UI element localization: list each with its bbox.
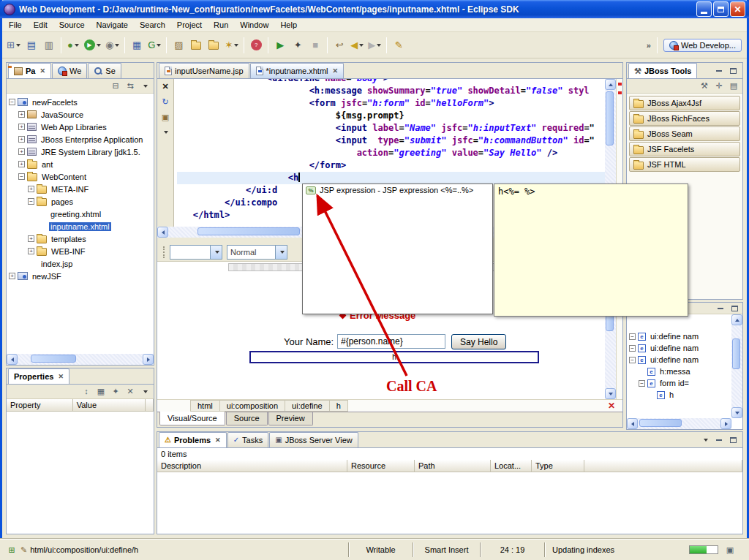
project-item-jboss-enterprise-application[interactable]: +JBoss Enterprise Application bbox=[7, 133, 154, 145]
tab-pa[interactable]: Pa✕ bbox=[8, 63, 51, 78]
code-line[interactable]: <h bbox=[177, 172, 605, 184]
palette-section-jboss-seam[interactable]: JBoss Seam bbox=[629, 126, 740, 141]
breadcrumb-item-h[interactable]: h bbox=[330, 400, 348, 412]
combo-dropdown-button[interactable] bbox=[210, 246, 222, 259]
page-tab-visual-source[interactable]: Visual/Source bbox=[159, 412, 225, 425]
vpe-menu-button[interactable] bbox=[159, 127, 171, 137]
toolbar-save-button[interactable]: ▤ bbox=[23, 37, 40, 54]
collapse-all-button[interactable]: ⊟ bbox=[110, 81, 121, 91]
expander-icon[interactable]: + bbox=[18, 124, 25, 130]
palette-pin-button[interactable]: ✛ bbox=[713, 81, 725, 91]
package-explorer-hscrollbar[interactable] bbox=[7, 354, 154, 365]
selected-h-element-box[interactable]: h bbox=[249, 351, 539, 363]
code-line[interactable]: ${msg.prompt} bbox=[177, 110, 605, 122]
project-item-inputname-xhtml[interactable]: inputname.xhtml bbox=[7, 220, 154, 232]
scroll-left-button[interactable] bbox=[627, 418, 638, 429]
maximize-button[interactable] bbox=[713, 1, 729, 17]
project-item-greeting-xhtml[interactable]: greeting.xhtml bbox=[7, 208, 154, 220]
error-marker[interactable] bbox=[618, 91, 622, 94]
editor-tab-inputname-xhtml[interactable]: *inputname.xhtml✕ bbox=[250, 63, 345, 78]
toolbar-debug-button[interactable]: ● bbox=[64, 37, 82, 54]
minimize-view-button[interactable] bbox=[713, 66, 725, 76]
editor-tab-inputusername-jsp[interactable]: inputUserName.jsp bbox=[159, 63, 249, 78]
toolbar-forward-button[interactable]: ▶ bbox=[366, 37, 383, 54]
categories-button[interactable]: ▦ bbox=[95, 387, 107, 397]
menu-item-project[interactable]: Project bbox=[171, 19, 208, 31]
project-item-web-inf[interactable]: +WEB-INF bbox=[7, 245, 154, 257]
palette-section-jsf-html[interactable]: JSF HTML bbox=[629, 157, 740, 172]
filter-button[interactable]: ✦ bbox=[110, 387, 121, 397]
progress-view-button[interactable]: ▣ bbox=[724, 545, 736, 555]
toolbar-mark-occurrences-button[interactable]: ✎ bbox=[390, 37, 407, 54]
tab-tasks[interactable]: ✓Tasks bbox=[227, 432, 269, 447]
breadcrumb-item-ui-define[interactable]: ui:define bbox=[285, 400, 330, 412]
palette-edit-button[interactable]: ⚒ bbox=[699, 81, 710, 91]
palette-section-jboss-ajax4jsf[interactable]: JBoss Ajax4Jsf bbox=[629, 96, 740, 110]
tab-se[interactable]: Se bbox=[88, 63, 121, 78]
expander-icon[interactable]: + bbox=[28, 235, 34, 242]
scroll-right-button[interactable] bbox=[720, 418, 731, 429]
project-item-ant[interactable]: +ant bbox=[7, 158, 154, 170]
scrollbar-track[interactable] bbox=[18, 354, 143, 365]
toolbar-new-wizard-button[interactable]: ⊞ bbox=[4, 37, 23, 54]
toolbar-wizard-wand-button[interactable]: ✶ bbox=[222, 37, 241, 54]
code-line[interactable]: <h:message showSummary="true" showDetail… bbox=[177, 85, 605, 97]
expander-icon[interactable]: − bbox=[639, 380, 645, 387]
menu-item-file[interactable]: File bbox=[3, 19, 28, 31]
scroll-down-button[interactable] bbox=[605, 388, 616, 399]
breadcrumb-close-icon[interactable]: ✕ bbox=[608, 401, 615, 411]
outline-item-ui-define-nam[interactable]: −eui:define nam bbox=[627, 354, 731, 366]
project-item-javasource[interactable]: +JavaSource bbox=[7, 108, 154, 121]
toolbar-stop-button[interactable]: ■ bbox=[306, 37, 324, 54]
project-item-newfacelets[interactable]: −newFacelets bbox=[7, 96, 154, 108]
scroll-up-button[interactable] bbox=[605, 79, 616, 90]
menu-item-edit[interactable]: Edit bbox=[28, 19, 53, 31]
code-line[interactable]: <form jsfc="h:form" id="helloForm"> bbox=[177, 97, 605, 110]
close-icon[interactable]: ✕ bbox=[333, 67, 339, 75]
code-line[interactable]: <input type="submit" jsfc="h:commandButt… bbox=[177, 135, 605, 147]
paragraph-format-combo[interactable]: Normal bbox=[227, 245, 287, 260]
project-item-newjsf[interactable]: +newJSF bbox=[7, 270, 154, 282]
scrollbar-track[interactable] bbox=[638, 418, 720, 429]
toolbar-run-server-button[interactable]: ▶ bbox=[271, 37, 289, 54]
column-header-path[interactable]: Path bbox=[415, 460, 491, 472]
vpe-page-design-button[interactable]: ▣ bbox=[159, 112, 171, 122]
code-line[interactable]: <input label="Name" jsfc="h:inputText" r… bbox=[177, 122, 605, 135]
close-button[interactable]: ✕ bbox=[730, 1, 745, 17]
project-item-meta-inf[interactable]: +META-INF bbox=[7, 183, 154, 195]
toolbar-open-pages-folder-button[interactable] bbox=[205, 37, 222, 54]
expander-icon[interactable]: − bbox=[629, 345, 636, 352]
palette-section-jboss-richfaces[interactable]: JBoss RichFaces bbox=[629, 111, 740, 126]
minimize-button[interactable] bbox=[696, 1, 712, 17]
tab-we[interactable]: We bbox=[52, 63, 87, 78]
scroll-up-button[interactable] bbox=[731, 314, 742, 325]
scroll-down-button[interactable] bbox=[731, 407, 742, 418]
scrollbar-thumb[interactable] bbox=[31, 355, 76, 363]
breadcrumb-item-html[interactable]: html bbox=[190, 400, 220, 412]
expander-icon[interactable]: + bbox=[18, 111, 25, 118]
outline-vscrollbar[interactable] bbox=[731, 314, 742, 418]
minimize-view-button[interactable] bbox=[713, 435, 725, 445]
menu-item-run[interactable]: Run bbox=[208, 19, 234, 31]
link-with-editor-button[interactable]: ⇆ bbox=[124, 81, 136, 91]
restore-default-button[interactable]: ✕ bbox=[124, 387, 136, 397]
tab-jboss-server-view[interactable]: ▣JBoss Server View bbox=[269, 432, 358, 447]
minimize-view-button[interactable] bbox=[715, 303, 726, 314]
expander-icon[interactable]: + bbox=[28, 186, 34, 192]
vpe-preferences-button[interactable]: ✕ bbox=[159, 81, 171, 91]
scroll-left-button[interactable] bbox=[157, 227, 168, 238]
close-icon[interactable]: ✕ bbox=[39, 67, 45, 75]
content-assist-proposal[interactable]: % JSP expression - JSP expression <%=..%… bbox=[303, 184, 492, 196]
view-menu-button[interactable] bbox=[139, 81, 151, 91]
toolbar-open-web-folder-button[interactable] bbox=[187, 37, 205, 54]
outline-item-h[interactable]: eh bbox=[627, 389, 731, 401]
style-class-combo[interactable] bbox=[170, 245, 222, 260]
palette-options-button[interactable]: ▤ bbox=[728, 81, 739, 91]
expander-icon[interactable]: − bbox=[629, 333, 636, 340]
outline-item-form-id[interactable]: −eform id= bbox=[627, 377, 731, 389]
vpe-refresh-button[interactable]: ↻ bbox=[159, 97, 171, 107]
toolbar-web-wizard-button[interactable]: G bbox=[146, 37, 163, 54]
toolbar-print-button[interactable]: ▥ bbox=[40, 37, 58, 54]
project-item-webcontent[interactable]: −WebContent bbox=[7, 170, 154, 183]
toolbar-run-button[interactable]: ▶ bbox=[82, 37, 103, 54]
